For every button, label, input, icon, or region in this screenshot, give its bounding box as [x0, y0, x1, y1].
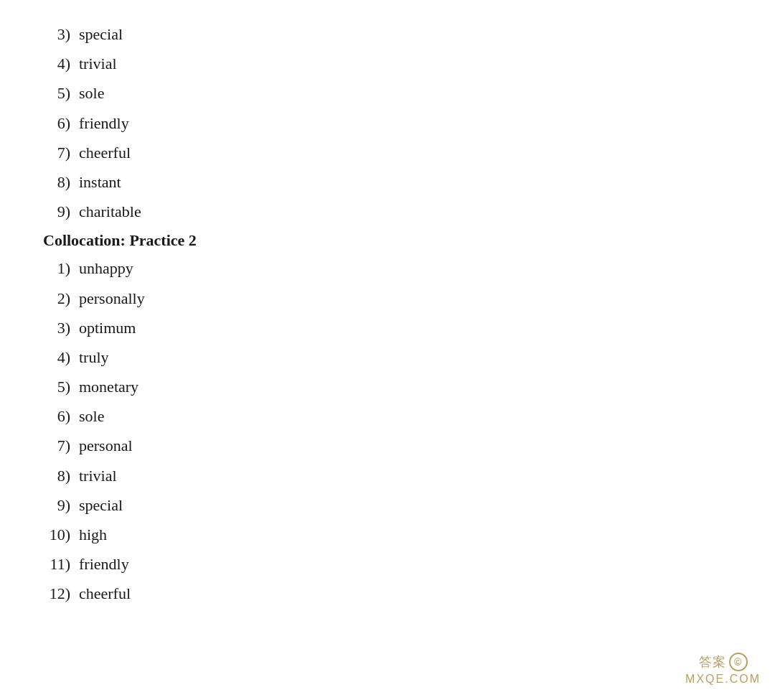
- item-word: special: [79, 22, 123, 47]
- item-word: high: [79, 522, 107, 547]
- list-item: 5) monetary: [43, 374, 732, 399]
- item-word: trivial: [79, 51, 117, 76]
- list-item: 4) truly: [43, 345, 732, 370]
- list-item: 9) charitable: [43, 199, 732, 224]
- watermark: 答案 © MXQE.COM: [685, 653, 761, 686]
- list-item: 3) optimum: [43, 315, 732, 340]
- list-item: 7) cheerful: [43, 140, 732, 165]
- item-number: 3): [43, 22, 79, 47]
- item-word: sole: [79, 80, 104, 106]
- list1: 3) special 4) trivial 5) sole 6) friendl…: [43, 22, 732, 224]
- list-item: 1) unhappy: [43, 256, 732, 281]
- item-word: cheerful: [79, 581, 131, 606]
- section-heading: Collocation: Practice 2: [43, 231, 732, 250]
- item-word: unhappy: [79, 256, 133, 281]
- item-number: 10): [43, 522, 79, 547]
- item-number: 8): [43, 169, 79, 195]
- item-number: 8): [43, 463, 79, 488]
- item-word: trivial: [79, 463, 117, 488]
- item-number: 11): [43, 551, 79, 577]
- item-number: 7): [43, 433, 79, 458]
- item-number: 4): [43, 51, 79, 76]
- item-word: friendly: [79, 111, 129, 136]
- item-word: monetary: [79, 374, 138, 399]
- item-number: 4): [43, 345, 79, 370]
- main-content: 3) special 4) trivial 5) sole 6) friendl…: [0, 0, 775, 640]
- item-number: 6): [43, 111, 79, 136]
- list-item: 6) friendly: [43, 111, 732, 136]
- list-item: 10) high: [43, 522, 732, 547]
- list-item: 8) trivial: [43, 463, 732, 488]
- item-number: 2): [43, 286, 79, 311]
- item-word: friendly: [79, 551, 129, 577]
- item-word: sole: [79, 403, 104, 429]
- item-number: 3): [43, 315, 79, 340]
- list-item: 2) personally: [43, 286, 732, 311]
- item-number: 12): [43, 581, 79, 606]
- list-item: 12) cheerful: [43, 581, 732, 606]
- item-word: truly: [79, 345, 109, 370]
- item-word: instant: [79, 169, 121, 195]
- list2: 1) unhappy 2) personally 3) optimum 4) t…: [43, 256, 732, 606]
- item-word: optimum: [79, 315, 136, 340]
- list-item: 9) special: [43, 493, 732, 518]
- item-word: charitable: [79, 199, 141, 224]
- list-item: 4) trivial: [43, 51, 732, 76]
- item-number: 5): [43, 80, 79, 106]
- list-item: 3) special: [43, 22, 732, 47]
- item-number: 1): [43, 256, 79, 281]
- list-item: 8) instant: [43, 169, 732, 195]
- item-word: cheerful: [79, 140, 131, 165]
- item-number: 9): [43, 493, 79, 518]
- watermark-url: MXQE.COM: [685, 673, 761, 686]
- item-number: 9): [43, 199, 79, 224]
- item-word: special: [79, 493, 123, 518]
- watermark-text: 答案: [699, 653, 726, 671]
- item-number: 5): [43, 374, 79, 399]
- list-item: 5) sole: [43, 80, 732, 106]
- watermark-top: 答案 ©: [699, 653, 748, 671]
- item-word: personally: [79, 286, 145, 311]
- item-number: 6): [43, 403, 79, 429]
- list-item: 6) sole: [43, 403, 732, 429]
- list-item: 11) friendly: [43, 551, 732, 577]
- item-word: personal: [79, 433, 133, 458]
- list-item: 7) personal: [43, 433, 732, 458]
- watermark-circle-icon: ©: [729, 653, 748, 671]
- item-number: 7): [43, 140, 79, 165]
